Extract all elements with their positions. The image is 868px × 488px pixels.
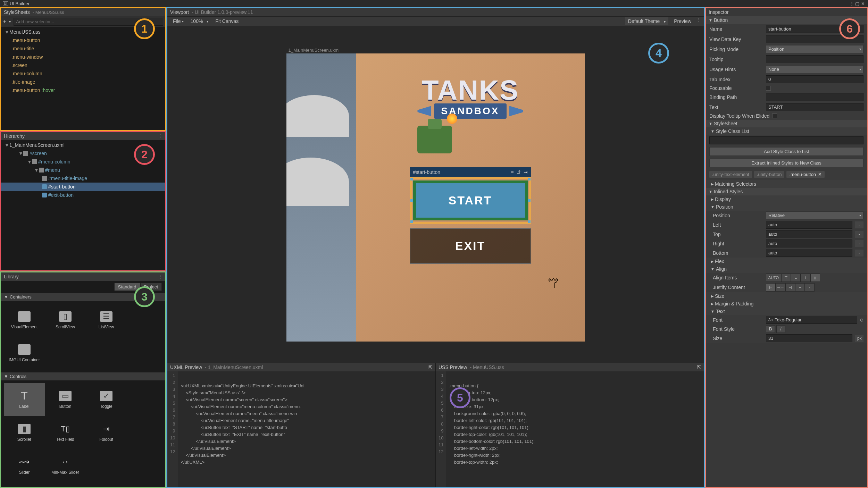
hierarchy-item-selected[interactable]: #start-button	[1, 183, 165, 191]
close-icon[interactable]: ✕	[860, 1, 865, 6]
more-icon[interactable]: ⋮	[849, 1, 854, 6]
unit-select[interactable]: -	[855, 231, 863, 238]
position-select[interactable]: Relative▾	[766, 211, 863, 219]
extract-styles-button[interactable]: Extract Inlined Styles to New Class	[709, 159, 863, 167]
size-section-header[interactable]: ▶Size	[706, 292, 867, 300]
unit-select[interactable]: -	[855, 221, 863, 228]
justify-start-button[interactable]: ⊢	[766, 283, 776, 292]
preview-button[interactable]: Preview	[671, 17, 694, 25]
bottom-input[interactable]	[766, 249, 852, 257]
viewport-menu-icon[interactable]: ⋮	[697, 17, 701, 25]
lib-imgui[interactable]: IMGUI Container	[4, 337, 45, 370]
remove-tag-icon[interactable]: ✕	[818, 172, 822, 177]
lib-button[interactable]: ▭Button	[45, 383, 86, 416]
styleclass-input[interactable]	[709, 136, 863, 144]
align-icon[interactable]: ⇵	[517, 169, 521, 175]
selector-item[interactable]: .menu-title	[1, 44, 165, 53]
left-input[interactable]	[766, 221, 852, 229]
file-menu[interactable]: File▾	[170, 17, 186, 25]
lib-toggle[interactable]: ✓Toggle	[86, 383, 127, 416]
controls-header[interactable]: ▼Controls	[1, 372, 165, 380]
theme-select[interactable]: Default Theme ▾	[625, 17, 668, 25]
flex-section-header[interactable]: ▶Flex	[706, 258, 867, 265]
style-tag[interactable]: .unity-button	[754, 171, 785, 178]
canvas[interactable]: 1_MainMenuScreen.uxml TANKS SANDBOX	[167, 26, 704, 363]
pickingmode-select[interactable]: Position▾	[766, 45, 863, 53]
right-input[interactable]	[766, 239, 852, 247]
align-start-button[interactable]: ⊤	[781, 274, 791, 282]
stylesheet-section-header[interactable]: ▼StyleSheet	[706, 120, 867, 127]
maximize-icon[interactable]: ▢	[855, 1, 860, 6]
start-button-preview[interactable]: START	[413, 180, 528, 220]
align-center-button[interactable]: ≡	[791, 274, 801, 282]
lib-label[interactable]: TLabel	[4, 383, 45, 416]
top-input[interactable]	[766, 230, 852, 238]
bold-button[interactable]: B	[766, 325, 775, 333]
align-stretch-button[interactable]: ⫿	[810, 274, 820, 282]
margin-section-header[interactable]: ▶Margin & Padding	[706, 300, 867, 308]
hierarchy-item[interactable]: #exit-button	[1, 191, 165, 199]
justify-center-button[interactable]: ⊣⊢	[776, 283, 785, 292]
selector-item[interactable]: .menu-column	[1, 69, 165, 78]
usagehints-select[interactable]: None▾	[766, 65, 863, 73]
style-tag[interactable]: .unity-text-element	[709, 171, 752, 178]
hierarchy-menu-icon[interactable]: ⋮	[158, 133, 162, 139]
display-section-header[interactable]: ▶Display	[706, 195, 867, 203]
justify-around-button[interactable]: ⫞	[805, 283, 815, 292]
position-label: Position	[713, 213, 763, 218]
lib-listview[interactable]: ☰ListView	[86, 304, 127, 337]
position-section-header[interactable]: ▼Position	[706, 203, 867, 211]
selector-item[interactable]: .title-image	[1, 78, 165, 86]
uss-preview-title: USS Preview	[439, 364, 467, 370]
text-section-header[interactable]: ▼Text	[706, 308, 867, 315]
add-styleclass-button[interactable]: Add Style Class to List	[709, 147, 863, 156]
tabindex-input[interactable]	[766, 75, 863, 83]
italic-button[interactable]: I	[776, 325, 785, 333]
zoom-level[interactable]: 100%▾	[188, 17, 211, 25]
styleclass-section-header[interactable]: ▼Style Class List	[706, 127, 867, 135]
hierarchy-item[interactable]: #menu-title-image	[1, 174, 165, 183]
bindingpath-input[interactable]	[766, 93, 863, 101]
selector-item[interactable]: .screen	[1, 61, 165, 69]
selected-element-frame[interactable]: START	[410, 177, 531, 224]
fit-canvas-button[interactable]: Fit Canvas	[212, 17, 241, 25]
align-section-header[interactable]: ▼Align	[706, 265, 867, 273]
unit-select[interactable]: -	[855, 240, 863, 247]
popout-icon[interactable]: ⇱	[428, 364, 433, 370]
tooltip-input[interactable]	[766, 55, 863, 63]
focusable-checkbox[interactable]	[766, 86, 771, 91]
unit-select[interactable]: -	[855, 250, 863, 256]
style-tag[interactable]: .menu-button✕	[786, 171, 825, 178]
lib-foldout[interactable]: ⇥Foldout	[86, 416, 127, 449]
add-selector-button[interactable]: +	[3, 19, 6, 25]
lib-slider[interactable]: ⟿Slider	[4, 449, 45, 482]
lib-textfield[interactable]: T▯Text Field	[45, 416, 86, 449]
fontsize-input[interactable]	[766, 334, 852, 342]
align-end-button[interactable]: ⊥	[801, 274, 810, 282]
exit-button-preview[interactable]: EXIT	[410, 228, 531, 264]
selector-item[interactable]: .menu-button:hover	[1, 86, 165, 94]
inlined-section-header[interactable]: ▼Inlined Styles	[706, 188, 867, 195]
matching-section-header[interactable]: ▶Matching Selectors	[706, 180, 867, 188]
lib-scroller[interactable]: ▮Scroller	[4, 416, 45, 449]
lib-scrollview[interactable]: ▯ScrollView	[45, 304, 86, 337]
lib-visualelement[interactable]: VisualElement	[4, 304, 45, 337]
justify-between-button[interactable]: ⫟	[795, 283, 805, 292]
popout-icon[interactable]: ⇱	[697, 364, 701, 370]
justify-end-button[interactable]: ⊣	[785, 283, 795, 292]
hierarchy-item[interactable]: ▼ #menu	[1, 166, 165, 174]
align-icon[interactable]: ⇥	[524, 169, 528, 175]
font-field[interactable]: AaTeko-Regular	[766, 316, 857, 324]
selector-item[interactable]: .menu-window	[1, 53, 165, 61]
library-menu-icon[interactable]: ⋮	[158, 274, 162, 279]
unit-select[interactable]: px	[855, 335, 863, 342]
font-picker-icon[interactable]: ⊙	[860, 318, 863, 322]
uxml-code[interactable]: <ui:UXML xmlns:ui="UnityEngine.UIElement…	[178, 371, 307, 487]
text-input[interactable]	[766, 103, 863, 111]
align-icon[interactable]: ≡	[511, 169, 514, 175]
tooltip-elided-checkbox[interactable]	[772, 113, 777, 118]
add-dropdown-icon[interactable]: ▾	[9, 20, 11, 24]
lib-minmaxslider[interactable]: ↔Min-Max Slider	[45, 449, 86, 482]
box-icon	[18, 344, 31, 355]
align-auto-button[interactable]: AUTO	[766, 274, 781, 282]
